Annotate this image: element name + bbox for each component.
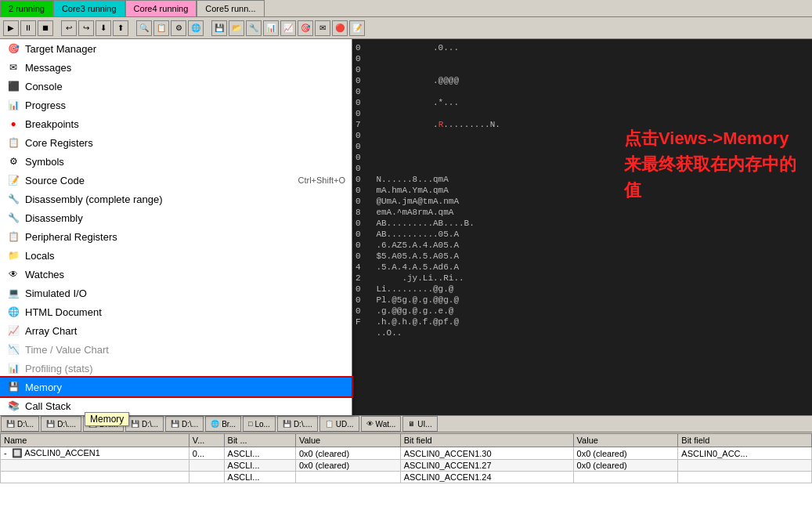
toolbar-btn-9[interactable]: 📋: [153, 20, 169, 36]
toolbar-btn-4[interactable]: ↩: [61, 20, 77, 36]
taskbar-icon-6: 💾: [283, 420, 291, 428]
taskbar-item-2[interactable]: 💾 D:\....: [41, 416, 81, 432]
table-row[interactable]: ASCLI... ASCLIN0_ACCEN1.24: [1, 472, 812, 483]
memory-icon: 💾: [6, 380, 20, 394]
toolbar-btn-3[interactable]: ⏹: [38, 20, 53, 36]
table-area: y! Name V... Bit ... Value Bit field Val…: [0, 433, 812, 510]
taskbar-item-4[interactable]: 💾 D:\...: [125, 416, 164, 432]
taskbar-item-br[interactable]: 🌐 Br...: [205, 416, 241, 432]
menu-item-disassembly[interactable]: 🔧 Disassembly: [0, 208, 352, 227]
taskbar-item-6[interactable]: 💾 D:\....: [277, 416, 318, 432]
tab-core3[interactable]: Core3 running: [53, 0, 125, 16]
console-icon: ⬛: [6, 79, 20, 93]
memory-content-area: 0 .0... 0 0 0 .@@@@ 0 0 .*... 0 7 .R....…: [352, 39, 812, 415]
cell-value2-0: 0x0 (cleared): [573, 447, 678, 460]
messages-icon: ✉: [6, 60, 20, 74]
toolbar-btn-10[interactable]: ⚙: [171, 20, 186, 36]
toolbar-btn-5[interactable]: ↪: [78, 20, 94, 36]
peripheral-registers-icon: 📋: [6, 230, 20, 244]
toolbar-btn-6[interactable]: ⬇: [96, 20, 111, 36]
toolbar-btn-11[interactable]: 🌐: [188, 20, 204, 36]
menu-item-core-registers[interactable]: 📋 Core Registers: [0, 133, 352, 152]
menu-item-disassembly-complete[interactable]: 🔧 Disassembly (complete range): [0, 190, 352, 208]
cell-name-1: [1, 460, 189, 472]
col-header-bit-field: Bit field: [400, 434, 573, 447]
taskbar-item-1[interactable]: 💾 D:\...: [1, 416, 39, 432]
tab-core5[interactable]: Core5 runn...: [197, 0, 264, 16]
menu-item-locals[interactable]: 📁 Locals: [0, 246, 352, 265]
array-chart-icon: 📈: [6, 324, 20, 338]
taskbar-item-lo[interactable]: □ Lo...: [243, 416, 276, 432]
simulated-io-icon: 💻: [6, 286, 20, 300]
table-row[interactable]: ASCLI... 0x0 (cleared) ASCLIN0_ACCEN1.27…: [1, 460, 812, 472]
menu-item-html-document[interactable]: 🌐 HTML Document: [0, 302, 352, 321]
taskbar-icon-2: 💾: [46, 420, 55, 428]
breakpoints-icon: ●: [6, 117, 20, 131]
progress-icon: 📊: [6, 98, 20, 112]
menu-item-breakpoints[interactable]: ● Breakpoints: [0, 114, 352, 133]
toolbar-btn-12[interactable]: 💾: [211, 20, 227, 36]
cell-bit-1: ASCLI...: [224, 460, 295, 472]
menu-panel: 🎯 Target Manager ✉ Messages ⬛ Console 📊 …: [0, 39, 352, 415]
menu-item-symbols[interactable]: ⚙ Symbols: [0, 152, 352, 171]
tab-core4[interactable]: Core4 running: [125, 0, 197, 16]
toolbar-btn-1[interactable]: ▶: [3, 20, 19, 36]
top-tab-bar: 2 running Core3 running Core4 running Co…: [0, 0, 812, 17]
menu-item-call-stack[interactable]: 📚 Call Stack: [0, 396, 352, 415]
taskbar-icon-1: 💾: [6, 420, 15, 428]
taskbar-item-5[interactable]: 💾 D:\...: [165, 416, 204, 432]
locals-icon: 📁: [6, 248, 20, 262]
col-header-bit: Bit ...: [224, 434, 295, 447]
menu-item-watches[interactable]: 👁 Watches: [0, 265, 352, 284]
toolbar-btn-14[interactable]: 🔧: [246, 20, 262, 36]
menu-item-peripheral-registers[interactable]: 📋 Peripheral Registers: [0, 227, 352, 246]
cell-bitfield-2: ASCLIN0_ACCEN1.24: [400, 472, 573, 483]
toolbar-btn-8[interactable]: 🔍: [136, 20, 152, 36]
menu-item-console[interactable]: ⬛ Console: [0, 77, 352, 96]
menu-item-array-chart[interactable]: 📈 Array Chart: [0, 321, 352, 340]
toolbar-btn-17[interactable]: 🎯: [298, 20, 313, 36]
tab-core2[interactable]: 2 running: [0, 0, 53, 16]
call-stack-icon: 📚: [6, 399, 20, 413]
cell-value2-2: [573, 472, 678, 483]
taskbar-item-ui[interactable]: 🖥 UI...: [402, 416, 437, 432]
menu-item-messages[interactable]: ✉ Messages: [0, 58, 352, 77]
toolbar-btn-18[interactable]: ✉: [315, 20, 330, 36]
taskbar-icon-lo: □: [248, 420, 252, 428]
toolbar-btn-20[interactable]: 📝: [349, 20, 365, 36]
col-header-bit-field2: Bit field: [678, 434, 812, 447]
cell-bitfield2-0: ASCLIN0_ACC...: [678, 447, 812, 460]
toolbar-btn-13[interactable]: 📂: [229, 20, 244, 36]
source-code-icon: 📝: [6, 173, 20, 187]
toolbar-btn-7[interactable]: ⬆: [113, 20, 128, 36]
expand-icon-0[interactable]: -: [4, 448, 7, 458]
menu-item-simulated-io[interactable]: 💻 Simulated I/O: [0, 284, 352, 302]
target-manager-icon: 🎯: [6, 42, 20, 56]
menu-item-memory[interactable]: 💾 Memory: [0, 378, 352, 396]
toolbar-btn-15[interactable]: 📊: [263, 20, 279, 36]
cell-name-2: [1, 472, 189, 483]
toolbar-btn-16[interactable]: 📈: [280, 20, 296, 36]
menu-item-progress[interactable]: 📊 Progress: [0, 96, 352, 114]
menu-item-target-manager[interactable]: 🎯 Target Manager: [0, 39, 352, 58]
toolbar-btn-2[interactable]: ⏸: [20, 20, 36, 36]
menu-item-time-value-chart: 📉 Time / Value Chart: [0, 340, 352, 359]
cell-value2-1: 0x0 (cleared): [573, 460, 678, 472]
watches-icon: 👁: [6, 267, 20, 281]
table-row[interactable]: - 🔲 ASCLIN0_ACCEN1 0... ASCLI... 0x0 (cl…: [1, 447, 812, 460]
main-toolbar: ▶ ⏸ ⏹ ↩ ↪ ⬇ ⬆ 🔍 📋 ⚙ 🌐 💾 📂 🔧 📊 📈 🎯 ✉ 🔴 📝: [0, 17, 812, 39]
cell-bit-0: ASCLI...: [224, 447, 295, 460]
cell-v-2: [189, 472, 224, 483]
cell-v-1: [189, 460, 224, 472]
cell-value-1: 0x0 (cleared): [295, 460, 400, 472]
toolbar-btn-19[interactable]: 🔴: [332, 20, 348, 36]
row-icon-0: 🔲: [12, 448, 23, 458]
taskbar-item-wat[interactable]: 👁 Wat...: [361, 416, 402, 432]
profiling-stats-icon: 📊: [6, 361, 20, 375]
menu-item-source-code[interactable]: 📝 Source Code Ctrl+Shift+O: [0, 171, 352, 190]
cell-bitfield-1: ASCLIN0_ACCEN1.27: [400, 460, 573, 472]
col-header-v: V...: [189, 434, 224, 447]
taskbar-item-ud[interactable]: 📋 UD...: [319, 416, 359, 432]
cell-bit-2: ASCLI...: [224, 472, 295, 483]
col-header-name: Name: [1, 434, 189, 447]
